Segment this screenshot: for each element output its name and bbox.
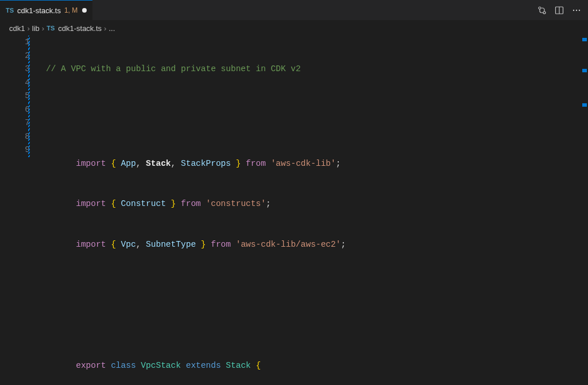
tab-bar: TS cdk1-stack.ts 1, M [0, 0, 588, 21]
code-editor[interactable]: 1 2 3 4 5 6 7▸ 8 9 // A VPC with a publi… [0, 36, 588, 385]
tab-modified-indicator: 1, M [64, 6, 78, 14]
line-number: 1 [0, 36, 30, 49]
breadcrumb-symbol[interactable]: ... [109, 24, 115, 33]
chevron-right-icon: › [104, 24, 106, 33]
line-number: 6 [0, 103, 30, 117]
breadcrumb: cdk1 › lib › TS cdk1-stack.ts › ... [0, 21, 588, 36]
svg-point-4 [573, 9, 574, 10]
code-area[interactable]: // A VPC with a public and private subne… [36, 36, 588, 385]
breadcrumb-folder[interactable]: cdk1 [9, 24, 25, 33]
line-number: 8 [0, 130, 30, 144]
typescript-icon: TS [47, 25, 55, 32]
tab-filename: cdk1-stack.ts [17, 6, 61, 15]
split-editor-icon[interactable] [555, 6, 564, 15]
compare-changes-icon[interactable] [537, 6, 547, 15]
more-actions-icon[interactable] [572, 6, 581, 15]
unsaved-dot-icon [82, 8, 87, 13]
editor-actions [537, 0, 588, 20]
svg-point-5 [576, 9, 577, 10]
typescript-icon: TS [6, 7, 14, 14]
svg-point-1 [543, 11, 546, 14]
code-comment: // A VPC with a public and private subne… [46, 64, 301, 73]
line-number: 3 [0, 63, 30, 76]
editor-tab[interactable]: TS cdk1-stack.ts 1, M [0, 0, 92, 20]
overview-ruler [580, 36, 587, 385]
line-number: 7▸ [0, 116, 30, 130]
chevron-right-icon: › [42, 24, 44, 33]
line-number: 2 [0, 49, 30, 63]
svg-point-0 [539, 7, 541, 9]
svg-point-6 [579, 9, 580, 10]
line-number: 5 [0, 90, 30, 103]
line-number-gutter: 1 2 3 4 5 6 7▸ 8 9 [0, 36, 36, 385]
chevron-right-icon: › [27, 24, 29, 33]
line-number: 4 [0, 76, 30, 90]
breadcrumb-folder[interactable]: lib [32, 24, 40, 33]
breadcrumb-file[interactable]: cdk1-stack.ts [58, 24, 102, 33]
line-number: 9 [0, 143, 30, 157]
